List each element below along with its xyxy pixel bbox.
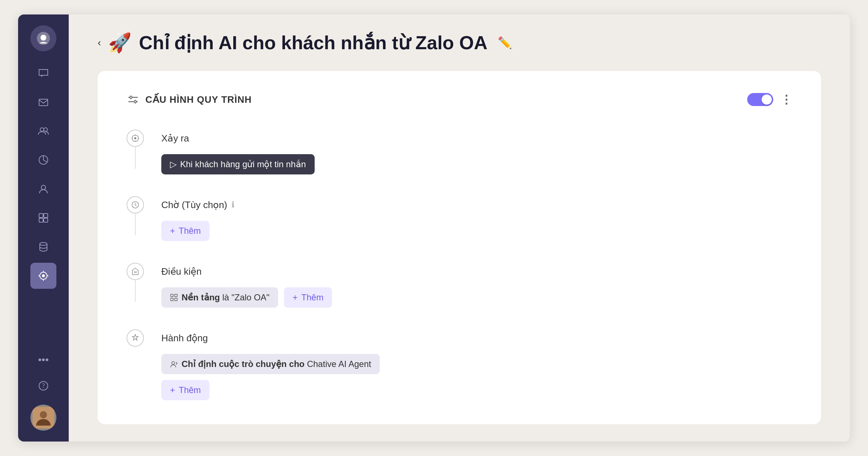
condition-add-text: Thêm (301, 292, 323, 303)
page-title: Chỉ định AI cho khách nhắn từ Zalo OA (139, 32, 488, 54)
back-button[interactable]: ‹ (98, 38, 101, 48)
step-action-content: Hành động Chỉ định cuộc trò chuyện cho C… (161, 329, 792, 400)
svg-point-6 (41, 185, 46, 190)
step-occur-content: Xảy ra ▷ Khi khách hàng gửi một tin nhắn (161, 130, 792, 196)
svg-point-27 (172, 362, 175, 364)
main-content: ‹ 🚀 Chỉ định AI cho khách nhắn từ Zalo O… (69, 14, 850, 442)
step-condition: Điều kiện Nền tảng là "Zalo OA" (127, 263, 792, 329)
trigger-tag[interactable]: ▷ Khi khách hàng gửi một tin nhắn (161, 154, 315, 174)
page-header: ‹ 🚀 Chỉ định AI cho khách nhắn từ Zalo O… (98, 32, 821, 54)
workflow-steps: Xảy ra ▷ Khi khách hàng gửi một tin nhắn (127, 130, 792, 400)
step-occur: Xảy ra ▷ Khi khách hàng gửi một tin nhắn (127, 130, 792, 196)
sidebar-item-people[interactable] (30, 118, 56, 144)
step-condition-icon (127, 263, 144, 280)
card-header: CẤU HÌNH QUY TRÌNH ⋮ (127, 93, 792, 106)
svg-point-4 (44, 128, 47, 131)
step-action-left (127, 329, 144, 347)
svg-rect-24 (175, 294, 177, 297)
svg-rect-9 (39, 218, 43, 222)
svg-point-18 (130, 96, 132, 98)
svg-point-1 (41, 35, 46, 41)
step-action-label: Hành động (161, 329, 792, 347)
svg-point-11 (40, 242, 47, 245)
step-wait-content: Chờ (Tùy chọn) ℹ + Thêm (161, 196, 792, 263)
action-assign-tag[interactable]: Chỉ định cuộc trò chuyện cho Chative AI … (161, 354, 380, 374)
svg-point-21 (134, 137, 136, 139)
action-text: Chỉ định cuộc trò chuyện cho Chative AI … (182, 359, 371, 369)
step-wait-icon (127, 196, 144, 214)
wait-add-tag[interactable]: + Thêm (161, 221, 209, 241)
step-condition-tags: Nền tảng là "Zalo OA" + Thêm (161, 287, 792, 308)
app-container: ••• ? ‹ 🚀 Chỉ định AI cho khách nhắn từ … (18, 14, 850, 442)
condition-add-tag[interactable]: + Thêm (284, 287, 332, 308)
step-occur-label: Xảy ra (161, 130, 792, 147)
sliders-icon (127, 93, 140, 106)
step-occur-left (127, 130, 144, 169)
trigger-tag-text: Khi khách hàng gửi một tin nhắn (180, 159, 306, 169)
action-add-tag[interactable]: + Thêm (161, 380, 209, 400)
workflow-card: CẤU HÌNH QUY TRÌNH ⋮ (98, 71, 821, 424)
step-wait-line (135, 214, 136, 235)
sidebar: ••• ? (18, 14, 69, 442)
sidebar-item-chat[interactable] (30, 60, 56, 86)
step-condition-line (135, 280, 136, 302)
wait-add-text: Thêm (179, 226, 201, 236)
svg-rect-8 (44, 214, 48, 218)
step-action-icon (127, 329, 144, 347)
svg-rect-23 (171, 294, 173, 297)
step-condition-left (127, 263, 144, 302)
svg-point-19 (134, 101, 136, 103)
step-wait-left (127, 196, 144, 235)
step-occur-icon (127, 130, 144, 147)
svg-rect-10 (44, 218, 48, 222)
svg-rect-7 (39, 214, 43, 218)
step-occur-tags: ▷ Khi khách hàng gửi một tin nhắn (161, 154, 792, 174)
svg-text:?: ? (42, 382, 45, 389)
sidebar-item-chart[interactable] (30, 147, 56, 173)
card-menu-icon[interactable]: ⋮ (780, 93, 792, 106)
svg-point-13 (42, 274, 45, 277)
info-icon: ℹ (231, 196, 234, 214)
plus-icon-action: + (170, 385, 175, 395)
grid-icon (170, 294, 178, 301)
plus-icon-condition: + (293, 292, 298, 303)
play-icon: ▷ (170, 159, 176, 169)
plus-icon: + (170, 226, 175, 236)
workflow-toggle[interactable] (747, 93, 773, 106)
step-wait: Chờ (Tùy chọn) ℹ + Thêm (127, 196, 792, 263)
card-header-right: ⋮ (747, 93, 792, 106)
step-action-add-tags: + Thêm (161, 380, 792, 400)
sidebar-item-database[interactable] (30, 234, 56, 260)
svg-point-3 (40, 128, 44, 131)
assign-icon (170, 360, 178, 368)
sidebar-item-automation[interactable] (30, 263, 56, 289)
step-action-tags: Chỉ định cuộc trò chuyện cho Chative AI … (161, 354, 792, 380)
user-avatar[interactable] (30, 405, 56, 431)
card-header-left: CẤU HÌNH QUY TRÌNH (127, 93, 252, 106)
sidebar-item-templates[interactable] (30, 205, 56, 231)
toggle-knob (762, 94, 772, 105)
step-action: Hành động Chỉ định cuộc trò chuyện cho C… (127, 329, 792, 400)
step-condition-content: Điều kiện Nền tảng là "Zalo OA" (161, 263, 792, 329)
app-logo[interactable] (30, 25, 56, 51)
step-wait-tags: + Thêm (161, 221, 792, 241)
step-condition-label: Điều kiện (161, 263, 792, 280)
more-options-icon[interactable]: ••• (38, 354, 48, 366)
svg-rect-26 (175, 298, 177, 301)
condition-platform-tag[interactable]: Nền tảng là "Zalo OA" (161, 287, 278, 308)
condition-text: Nền tảng là "Zalo OA" (182, 292, 269, 303)
sidebar-item-contact[interactable] (30, 176, 56, 202)
svg-rect-2 (39, 99, 48, 106)
title-emoji: 🚀 (108, 33, 132, 52)
step-occur-line (135, 147, 136, 169)
svg-point-17 (40, 411, 47, 418)
step-wait-label: Chờ (Tùy chọn) ℹ (161, 196, 792, 214)
action-add-text: Thêm (179, 385, 201, 395)
card-title: CẤU HÌNH QUY TRÌNH (145, 94, 252, 105)
edit-title-icon[interactable]: ✏️ (498, 36, 512, 50)
sidebar-item-help[interactable]: ? (30, 373, 56, 399)
sidebar-item-mail[interactable] (30, 89, 56, 115)
svg-rect-25 (171, 298, 173, 301)
